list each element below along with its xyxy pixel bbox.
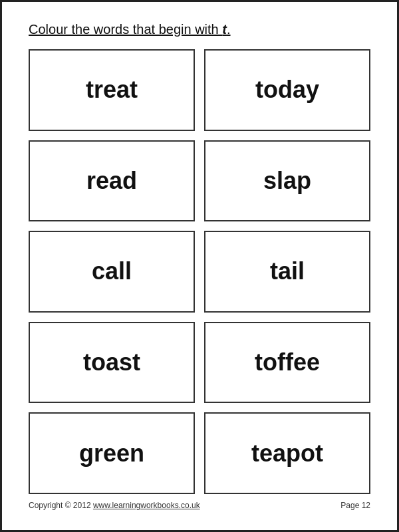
website-link[interactable]: www.learningworkbooks.co.uk [93,501,200,510]
word-card[interactable]: tail [204,231,370,313]
page-number: Page 12 [340,501,370,510]
instruction-period: . [227,22,231,37]
target-letter: t [222,22,227,37]
word-grid: treattodayreadslapcalltailtoasttoffeegre… [29,49,370,494]
word-card[interactable]: today [204,49,370,131]
word-card[interactable]: slap [204,140,370,222]
word-card[interactable]: toast [29,322,195,404]
word-card[interactable]: read [29,140,195,222]
word-card[interactable]: call [29,231,195,313]
copyright-text: Copyright © 2012 www.learningworkbooks.c… [29,501,200,510]
word-card[interactable]: toffee [204,322,370,404]
word-card[interactable]: teapot [204,412,370,494]
word-card[interactable]: treat [29,49,195,131]
word-card[interactable]: green [29,412,195,494]
instruction-text: Colour the words that begin with t. [29,22,370,37]
worksheet-page: Colour the words that begin with t. trea… [0,0,399,532]
footer: Copyright © 2012 www.learningworkbooks.c… [29,501,370,510]
instruction-label: Colour the words that begin with [29,22,222,37]
